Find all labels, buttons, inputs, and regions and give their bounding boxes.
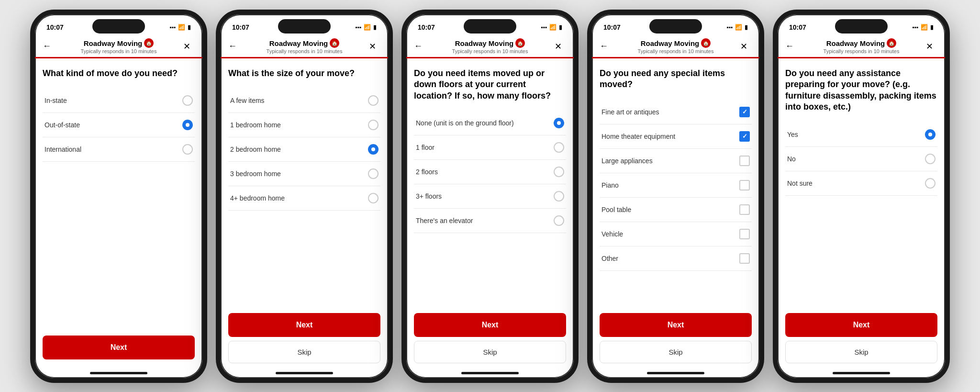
header-subtitle: Typically responds in 10 minutes: [54, 48, 183, 54]
content-area: Do you need any special items moved?Fine…: [592, 58, 759, 309]
close-icon[interactable]: ✕: [555, 41, 562, 52]
back-button[interactable]: ←: [414, 41, 425, 51]
back-arrow-icon[interactable]: ←: [414, 41, 423, 51]
close-button[interactable]: ✕: [926, 41, 937, 52]
skip-button[interactable]: Skip: [600, 341, 752, 363]
next-button[interactable]: Next: [43, 336, 195, 359]
checkbox-control[interactable]: [739, 229, 750, 239]
option-row-3[interactable]: 3 bedroom home: [228, 162, 380, 186]
option-row-1[interactable]: No: [785, 147, 937, 171]
option-row-0[interactable]: None (unit is on the ground floor): [414, 111, 566, 135]
option-row-2[interactable]: International: [43, 137, 195, 162]
radio-control[interactable]: [925, 154, 935, 164]
option-label: Not sure: [787, 179, 813, 187]
close-icon[interactable]: ✕: [740, 41, 747, 52]
option-row-4[interactable]: There's an elevator: [414, 209, 566, 233]
radio-control[interactable]: [182, 95, 193, 106]
option-row-0[interactable]: In-state: [43, 89, 195, 113]
option-row-3[interactable]: Piano: [600, 173, 752, 198]
signal-icon: ▪▪▪: [355, 24, 361, 31]
option-row-4[interactable]: 4+ bedroom home: [228, 186, 380, 211]
battery-icon: ▮: [559, 24, 562, 31]
status-time: 10:07: [232, 23, 249, 31]
radio-control[interactable]: [368, 120, 379, 130]
option-row-5[interactable]: Vehicle: [600, 222, 752, 246]
back-button[interactable]: ←: [228, 41, 240, 51]
checkbox-control[interactable]: [739, 131, 750, 142]
radio-control[interactable]: [554, 142, 564, 153]
radio-control[interactable]: [925, 178, 935, 189]
back-arrow-icon[interactable]: ←: [600, 41, 608, 51]
skip-button[interactable]: Skip: [228, 341, 380, 363]
checkbox-control[interactable]: [739, 156, 750, 166]
radio-control[interactable]: [554, 118, 564, 128]
option-row-1[interactable]: 1 bedroom home: [228, 113, 380, 137]
close-button[interactable]: ✕: [740, 41, 752, 52]
option-row-4[interactable]: Pool table: [600, 198, 752, 222]
next-button[interactable]: Next: [414, 313, 566, 337]
checkbox-control[interactable]: [739, 107, 750, 117]
radio-control[interactable]: [925, 129, 935, 140]
next-button[interactable]: Next: [600, 313, 752, 337]
back-button[interactable]: ←: [600, 41, 611, 51]
skip-button[interactable]: Skip: [414, 341, 566, 363]
back-arrow-icon[interactable]: ←: [43, 41, 51, 51]
back-arrow-icon[interactable]: ←: [228, 41, 237, 51]
back-button[interactable]: ←: [43, 41, 54, 51]
wifi-icon: 📶: [549, 24, 557, 31]
option-row-0[interactable]: Yes: [785, 123, 937, 147]
option-row-2[interactable]: Not sure: [785, 171, 937, 196]
signal-icon: ▪▪▪: [726, 24, 733, 31]
wifi-icon: 📶: [178, 24, 185, 31]
option-row-1[interactable]: 1 floor: [414, 135, 566, 160]
option-row-0[interactable]: Fine art or antiques: [600, 100, 752, 124]
close-button[interactable]: ✕: [555, 41, 566, 52]
close-icon[interactable]: ✕: [369, 41, 376, 52]
option-label: Home theater equipment: [601, 133, 675, 140]
footer: NextSkip: [406, 309, 574, 369]
option-label: 2 floors: [416, 168, 438, 176]
app-header: ← Roadway Moving 🏠 Typically responds in…: [406, 35, 574, 58]
option-label: 2 bedroom home: [230, 146, 281, 153]
close-button[interactable]: ✕: [369, 41, 380, 52]
status-time: 10:07: [789, 23, 806, 31]
checkbox-control[interactable]: [739, 253, 750, 264]
skip-button[interactable]: Skip: [785, 341, 937, 363]
back-arrow-icon[interactable]: ←: [785, 41, 794, 51]
radio-control[interactable]: [554, 167, 564, 177]
option-row-6[interactable]: Other: [600, 246, 752, 271]
option-label: Fine art or antiques: [601, 108, 659, 116]
option-row-2[interactable]: Large appliances: [600, 149, 752, 173]
radio-control[interactable]: [368, 95, 379, 106]
question-title: What is the size of your move?: [228, 68, 380, 79]
option-label: There's an elevator: [416, 217, 473, 224]
radio-control[interactable]: [554, 191, 564, 202]
radio-control[interactable]: [554, 215, 564, 226]
radio-control[interactable]: [182, 144, 193, 155]
option-row-2[interactable]: 2 bedroom home: [228, 137, 380, 162]
radio-control[interactable]: [368, 168, 379, 179]
app-header: ← Roadway Moving 🏠 Typically responds in…: [35, 35, 202, 58]
option-row-1[interactable]: Out-of-state: [43, 113, 195, 137]
close-icon[interactable]: ✕: [183, 41, 190, 52]
next-button[interactable]: Next: [785, 313, 937, 337]
back-button[interactable]: ←: [785, 41, 797, 51]
status-icons: ▪▪▪ 📶 ▮: [912, 24, 934, 31]
option-row-3[interactable]: 3+ floors: [414, 184, 566, 209]
home-indicator: [276, 372, 333, 374]
next-button[interactable]: Next: [228, 313, 380, 337]
radio-control[interactable]: [368, 193, 379, 203]
close-button[interactable]: ✕: [183, 41, 195, 52]
option-label: Large appliances: [601, 157, 653, 165]
option-row-0[interactable]: A few items: [228, 89, 380, 113]
radio-control[interactable]: [368, 144, 379, 155]
header-center: Roadway Moving 🏠 Typically responds in 1…: [54, 38, 183, 54]
checkbox-control[interactable]: [739, 180, 750, 190]
header-subtitle: Typically responds in 10 minutes: [425, 48, 555, 54]
option-row-1[interactable]: Home theater equipment: [600, 124, 752, 149]
option-row-2[interactable]: 2 floors: [414, 160, 566, 184]
radio-control[interactable]: [182, 120, 193, 130]
close-icon[interactable]: ✕: [926, 41, 933, 52]
home-indicator: [647, 372, 704, 374]
checkbox-control[interactable]: [739, 204, 750, 215]
